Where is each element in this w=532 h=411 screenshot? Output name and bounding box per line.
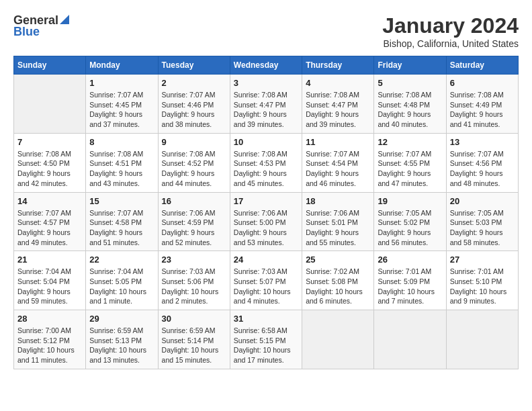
day-number: 29	[89, 314, 154, 324]
day-info: Sunrise: 7:06 AM Sunset: 4:59 PM Dayligh…	[162, 208, 226, 248]
day-info: Sunrise: 7:07 AM Sunset: 4:55 PM Dayligh…	[378, 149, 442, 189]
day-number: 17	[234, 196, 298, 206]
calendar-cell: 8Sunrise: 7:08 AM Sunset: 4:51 PM Daylig…	[86, 133, 158, 192]
day-info: Sunrise: 7:04 AM Sunset: 5:05 PM Dayligh…	[89, 267, 154, 306]
header-sunday: Sunday	[14, 56, 86, 75]
calendar-cell: 21Sunrise: 7:04 AM Sunset: 5:04 PM Dayli…	[14, 251, 86, 310]
day-number: 13	[450, 137, 515, 147]
header-friday: Friday	[374, 56, 446, 75]
calendar-cell: 28Sunrise: 7:00 AM Sunset: 5:12 PM Dayli…	[14, 310, 86, 369]
day-number: 30	[162, 314, 226, 324]
week-row-1: 1Sunrise: 7:07 AM Sunset: 4:45 PM Daylig…	[14, 75, 519, 134]
day-info: Sunrise: 7:08 AM Sunset: 4:49 PM Dayligh…	[450, 90, 515, 130]
day-info: Sunrise: 7:08 AM Sunset: 4:47 PM Dayligh…	[234, 90, 298, 130]
day-number: 10	[234, 137, 298, 147]
calendar-cell: 11Sunrise: 7:07 AM Sunset: 4:54 PM Dayli…	[302, 133, 374, 192]
day-info: Sunrise: 6:59 AM Sunset: 5:14 PM Dayligh…	[162, 326, 226, 365]
day-info: Sunrise: 7:08 AM Sunset: 4:51 PM Dayligh…	[89, 149, 154, 189]
calendar-cell: 16Sunrise: 7:06 AM Sunset: 4:59 PM Dayli…	[158, 192, 230, 251]
day-number: 31	[234, 314, 298, 324]
day-info: Sunrise: 7:07 AM Sunset: 4:57 PM Dayligh…	[17, 208, 82, 248]
day-info: Sunrise: 7:05 AM Sunset: 5:03 PM Dayligh…	[450, 208, 515, 248]
title-block: January 2024 Bishop, California, United …	[382, 13, 519, 49]
day-number: 19	[378, 196, 442, 206]
calendar-cell: 22Sunrise: 7:04 AM Sunset: 5:05 PM Dayli…	[86, 251, 158, 310]
day-number: 8	[89, 137, 154, 147]
day-number: 21	[17, 255, 82, 265]
day-number: 27	[450, 255, 515, 265]
day-info: Sunrise: 7:08 AM Sunset: 4:48 PM Dayligh…	[378, 90, 442, 130]
calendar-cell: 29Sunrise: 6:59 AM Sunset: 5:13 PM Dayli…	[86, 310, 158, 369]
day-info: Sunrise: 7:07 AM Sunset: 4:56 PM Dayligh…	[450, 149, 515, 189]
calendar-cell: 14Sunrise: 7:07 AM Sunset: 4:57 PM Dayli…	[14, 192, 86, 251]
logo-blue-text: Blue	[13, 25, 40, 39]
day-info: Sunrise: 7:06 AM Sunset: 5:00 PM Dayligh…	[234, 208, 298, 248]
calendar-cell: 15Sunrise: 7:07 AM Sunset: 4:58 PM Dayli…	[86, 192, 158, 251]
day-info: Sunrise: 7:04 AM Sunset: 5:04 PM Dayligh…	[17, 267, 82, 306]
day-info: Sunrise: 7:00 AM Sunset: 5:12 PM Dayligh…	[17, 326, 82, 365]
calendar-cell: 23Sunrise: 7:03 AM Sunset: 5:06 PM Dayli…	[158, 251, 230, 310]
calendar-cell: 17Sunrise: 7:06 AM Sunset: 5:00 PM Dayli…	[230, 192, 302, 251]
day-number: 6	[450, 78, 515, 88]
day-info: Sunrise: 7:07 AM Sunset: 4:45 PM Dayligh…	[89, 90, 154, 130]
calendar-table: SundayMondayTuesdayWednesdayThursdayFrid…	[13, 56, 519, 369]
day-number: 3	[234, 78, 298, 88]
day-info: Sunrise: 7:07 AM Sunset: 4:54 PM Dayligh…	[306, 149, 370, 189]
day-info: Sunrise: 7:08 AM Sunset: 4:47 PM Dayligh…	[306, 90, 370, 130]
day-number: 9	[162, 137, 226, 147]
day-number: 7	[17, 137, 82, 147]
header-tuesday: Tuesday	[158, 56, 230, 75]
day-info: Sunrise: 7:01 AM Sunset: 5:09 PM Dayligh…	[378, 267, 442, 306]
day-info: Sunrise: 7:08 AM Sunset: 4:52 PM Dayligh…	[162, 149, 226, 189]
week-row-5: 28Sunrise: 7:00 AM Sunset: 5:12 PM Dayli…	[14, 310, 519, 369]
week-row-3: 14Sunrise: 7:07 AM Sunset: 4:57 PM Dayli…	[14, 192, 519, 251]
day-number: 16	[162, 196, 226, 206]
day-info: Sunrise: 7:07 AM Sunset: 4:58 PM Dayligh…	[89, 208, 154, 248]
calendar-cell: 9Sunrise: 7:08 AM Sunset: 4:52 PM Daylig…	[158, 133, 230, 192]
day-number: 23	[162, 255, 226, 265]
day-number: 28	[17, 314, 82, 324]
day-number: 26	[378, 255, 442, 265]
day-number: 2	[162, 78, 226, 88]
calendar-cell: 3Sunrise: 7:08 AM Sunset: 4:47 PM Daylig…	[230, 75, 302, 134]
calendar-cell: 5Sunrise: 7:08 AM Sunset: 4:48 PM Daylig…	[374, 75, 446, 134]
week-row-4: 21Sunrise: 7:04 AM Sunset: 5:04 PM Dayli…	[14, 251, 519, 310]
day-number: 20	[450, 196, 515, 206]
calendar-header-row: SundayMondayTuesdayWednesdayThursdayFrid…	[14, 56, 519, 75]
calendar-cell	[302, 310, 374, 369]
calendar-cell: 24Sunrise: 7:03 AM Sunset: 5:07 PM Dayli…	[230, 251, 302, 310]
page-subtitle: Bishop, California, United States	[382, 38, 519, 49]
week-row-2: 7Sunrise: 7:08 AM Sunset: 4:50 PM Daylig…	[14, 133, 519, 192]
page-title: January 2024	[382, 13, 519, 38]
day-number: 4	[306, 78, 370, 88]
calendar-cell: 27Sunrise: 7:01 AM Sunset: 5:10 PM Dayli…	[446, 251, 518, 310]
calendar-cell	[446, 310, 518, 369]
day-number: 1	[89, 78, 154, 88]
day-number: 24	[234, 255, 298, 265]
day-number: 15	[89, 196, 154, 206]
calendar-cell: 13Sunrise: 7:07 AM Sunset: 4:56 PM Dayli…	[446, 133, 518, 192]
calendar-cell: 12Sunrise: 7:07 AM Sunset: 4:55 PM Dayli…	[374, 133, 446, 192]
calendar-cell: 1Sunrise: 7:07 AM Sunset: 4:45 PM Daylig…	[86, 75, 158, 134]
day-info: Sunrise: 7:02 AM Sunset: 5:08 PM Dayligh…	[306, 267, 370, 306]
calendar-cell: 2Sunrise: 7:07 AM Sunset: 4:46 PM Daylig…	[158, 75, 230, 134]
day-info: Sunrise: 6:58 AM Sunset: 5:15 PM Dayligh…	[234, 326, 298, 365]
calendar-cell: 20Sunrise: 7:05 AM Sunset: 5:03 PM Dayli…	[446, 192, 518, 251]
day-info: Sunrise: 7:06 AM Sunset: 5:01 PM Dayligh…	[306, 208, 370, 248]
day-number: 12	[378, 137, 442, 147]
calendar-cell: 25Sunrise: 7:02 AM Sunset: 5:08 PM Dayli…	[302, 251, 374, 310]
day-info: Sunrise: 7:05 AM Sunset: 5:02 PM Dayligh…	[378, 208, 442, 248]
calendar-cell: 26Sunrise: 7:01 AM Sunset: 5:09 PM Dayli…	[374, 251, 446, 310]
day-number: 5	[378, 78, 442, 88]
day-info: Sunrise: 7:01 AM Sunset: 5:10 PM Dayligh…	[450, 267, 515, 306]
page-header: General Blue January 2024 Bishop, Califo…	[13, 13, 519, 49]
day-info: Sunrise: 7:08 AM Sunset: 4:53 PM Dayligh…	[234, 149, 298, 189]
calendar-cell: 7Sunrise: 7:08 AM Sunset: 4:50 PM Daylig…	[14, 133, 86, 192]
logo: General Blue	[13, 13, 69, 39]
calendar-cell: 10Sunrise: 7:08 AM Sunset: 4:53 PM Dayli…	[230, 133, 302, 192]
header-wednesday: Wednesday	[230, 56, 302, 75]
header-thursday: Thursday	[302, 56, 374, 75]
header-saturday: Saturday	[446, 56, 518, 75]
header-monday: Monday	[86, 56, 158, 75]
day-number: 11	[306, 137, 370, 147]
